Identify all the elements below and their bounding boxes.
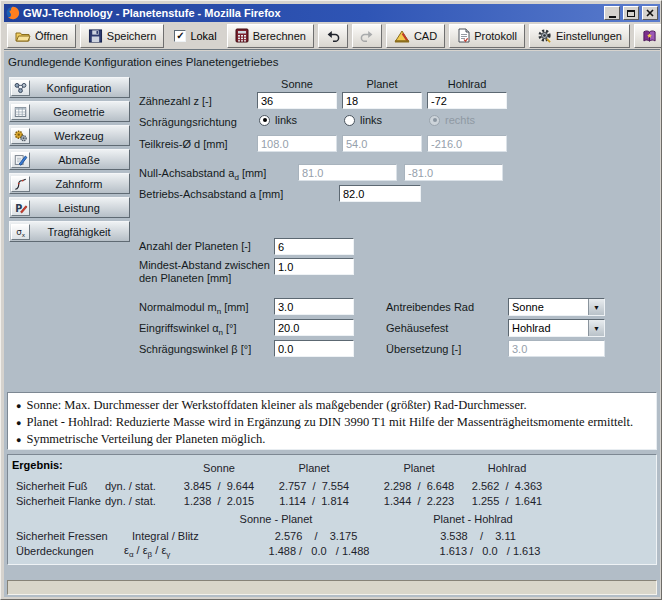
radio-label: links [275, 114, 297, 126]
flank-safety-value: 1.238 / 2.015 [164, 495, 274, 507]
sidebar-item-label: Leistung [30, 202, 128, 214]
calculate-button[interactable]: Berechnen [227, 24, 314, 48]
radio-icon [259, 115, 270, 126]
undo-icon [325, 29, 341, 43]
firefox-icon [6, 6, 20, 20]
sidebar-item-tragfaehigkeit[interactable]: σx Tragfähigkeit [9, 221, 130, 242]
note-line: ●Planet - Hohlrad: Reduzierte Masse wird… [16, 414, 648, 431]
teeth-input-sonne[interactable] [257, 92, 337, 109]
sidebar-item-label: Konfiguration [30, 82, 128, 94]
min-distance-input[interactable] [274, 258, 354, 275]
redo-button [352, 24, 382, 48]
chevron-down-icon[interactable]: ▼ [588, 320, 604, 336]
sidebar-item-leistung[interactable]: P Leistung [9, 197, 130, 218]
nodes-icon [11, 80, 30, 96]
module-input[interactable] [274, 298, 354, 315]
root-safety-label: Sicherheit Fuß [16, 480, 88, 492]
protocol-document-icon [457, 28, 470, 43]
sidebar-item-label: Tragfähigkeit [30, 226, 128, 238]
open-button[interactable]: Öffnen [7, 24, 76, 48]
overlap-value: 1.488 / 0.0 / 1.488 [244, 545, 394, 557]
driving-gear-select[interactable]: Sonne ▼ [508, 298, 605, 316]
ratio-label: Übersetzung [-] [386, 343, 461, 355]
close-icon [646, 9, 654, 17]
chevron-down-icon[interactable]: ▼ [588, 299, 604, 315]
save-floppy-icon [88, 29, 103, 43]
calculate-button-label: Berechnen [253, 30, 306, 42]
module-label: Normalmodul mn [mm] [139, 301, 249, 316]
settings-button[interactable]: Einstellungen [529, 24, 630, 48]
sigma-icon: σx [11, 224, 30, 240]
svg-text:x: x [22, 231, 26, 237]
local-checkbox[interactable]: ✓ [174, 30, 186, 42]
cad-button[interactable]: CAD [386, 24, 445, 48]
close-button[interactable] [642, 6, 658, 20]
pressure-angle-label: Eingriffswinkel αn [°] [139, 322, 237, 337]
note-line: ●Sonne: Max. Durchmesser der Werkstoffda… [16, 397, 648, 414]
bullet-icon: ● [16, 418, 21, 428]
teeth-input-hohlrad[interactable] [427, 92, 507, 109]
sidebar-item-label: Abmaße [30, 154, 128, 166]
help-book-icon [642, 29, 657, 43]
overlap-label: Überdeckungen [16, 545, 94, 557]
fixed-gear-select[interactable]: Hohlrad ▼ [508, 319, 605, 337]
local-checkbox-label: Lokal [190, 30, 216, 42]
pitch-input-planet [342, 135, 422, 152]
scuffing-safety-qualifier: Integral / Blitz [132, 530, 199, 542]
teeth-label: Zähnezahl z [-] [139, 95, 212, 107]
null-distance-input-1 [298, 164, 397, 181]
minimize-button[interactable] [604, 6, 620, 20]
planet-count-input[interactable] [274, 238, 354, 255]
column-header-sonne: Sonne [257, 78, 337, 90]
results-column-planet1: Planet [259, 462, 369, 474]
sidebar-item-geometrie[interactable]: Geometrie [9, 101, 130, 122]
results-box: Ergebnis: Sonne Planet Planet Hohlrad Si… [7, 454, 657, 565]
fixed-gear-label: Gehäusefest [386, 322, 448, 334]
null-center-distance-label: Null-Achsabstand ad [mm] [139, 167, 266, 182]
flank-safety-label: Sicherheit Flanke [16, 495, 101, 507]
teeth-input-planet[interactable] [342, 92, 422, 109]
pitch-input-sonne [257, 135, 337, 152]
protocol-button[interactable]: Protokoll [449, 24, 525, 48]
operating-distance-input[interactable] [339, 185, 421, 202]
settings-gear-icon [537, 28, 552, 43]
ratio-input [508, 340, 605, 357]
results-column-sonne: Sonne [164, 462, 274, 474]
tooth-curve-icon [11, 176, 30, 192]
pair-column-planet-hohlrad: Planet - Hohlrad [398, 513, 548, 525]
maximize-button[interactable] [623, 6, 639, 20]
grid-icon [11, 104, 30, 120]
radio-icon [344, 115, 355, 126]
help-button[interactable]: Hilfe [634, 24, 662, 48]
undo-button[interactable] [318, 24, 348, 48]
sidebar-item-konfiguration[interactable]: Konfiguration [9, 77, 130, 98]
driving-gear-value: Sonne [509, 299, 588, 315]
sidebar-item-zahnform[interactable]: Zahnform [9, 173, 130, 194]
pencil-page-icon [11, 152, 30, 168]
redo-icon [359, 29, 375, 43]
maximize-icon [627, 10, 635, 17]
helix-radio-planet[interactable]: links [344, 114, 382, 126]
scuffing-safety-value: 3.538 / 3.11 [403, 530, 553, 542]
column-header-hohlrad: Hohlrad [427, 78, 507, 90]
results-heading: Ergebnis: [12, 459, 63, 471]
pressure-angle-input[interactable] [274, 319, 354, 336]
null-distance-input-2 [404, 164, 503, 181]
titlebar: GWJ-Technology - Planetenstufe - Mozilla… [4, 4, 660, 22]
radio-label: links [360, 114, 382, 126]
helix-radio-sonne[interactable]: links [259, 114, 297, 126]
cad-button-label: CAD [414, 30, 437, 42]
calculator-icon [235, 28, 249, 43]
pitch-input-hohlrad [427, 135, 507, 152]
helix-angle-input[interactable] [274, 340, 354, 357]
client-area: Grundlegende Konfiguration eines Planete… [4, 51, 660, 597]
p-pencil-icon: P [11, 200, 30, 216]
open-button-label: Öffnen [35, 30, 68, 42]
minimize-icon [609, 16, 616, 18]
pitch-diameter-label: Teilkreis-Ø d [mm] [139, 138, 228, 150]
app-window: GWJ-Technology - Planetenstufe - Mozilla… [0, 0, 662, 600]
sidebar-item-werkzeug[interactable]: Werkzeug [9, 125, 130, 146]
sidebar-item-label: Zahnform [30, 178, 128, 190]
sidebar-item-abmasse[interactable]: Abmaße [9, 149, 130, 170]
save-button[interactable]: Speichern [80, 24, 165, 48]
